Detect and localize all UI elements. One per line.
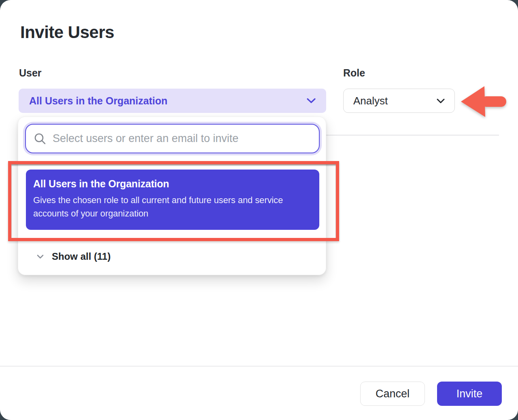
role-select[interactable]: Analyst xyxy=(343,89,455,113)
user-dropdown-panel: All Users in the Organization Gives the … xyxy=(18,117,326,275)
show-all-label: Show all (11) xyxy=(52,251,110,262)
user-field-label: User xyxy=(19,67,42,79)
footer-divider xyxy=(0,366,518,367)
invite-button[interactable]: Invite xyxy=(437,382,502,406)
chevron-down-icon xyxy=(307,98,316,104)
role-field-label: Role xyxy=(343,67,365,79)
page-title: Invite Users xyxy=(20,23,114,42)
role-select-value: Analyst xyxy=(353,95,388,107)
show-all-button[interactable]: Show all (11) xyxy=(34,250,115,263)
search-input[interactable] xyxy=(25,124,320,153)
chevron-down-icon xyxy=(437,98,445,104)
option-description: Gives the chosen role to all current and… xyxy=(33,193,312,220)
chevron-down-icon xyxy=(37,255,44,259)
annotation-arrow-icon xyxy=(459,81,508,122)
user-select-value: All Users in the Organization xyxy=(29,95,168,107)
cancel-button[interactable]: Cancel xyxy=(360,382,425,406)
option-title: All Users in the Organization xyxy=(33,178,312,190)
option-all-users[interactable]: All Users in the Organization Gives the … xyxy=(26,170,319,230)
user-select[interactable]: All Users in the Organization xyxy=(19,89,326,113)
invite-users-dialog: Invite Users User All Users in the Organ… xyxy=(0,0,518,420)
